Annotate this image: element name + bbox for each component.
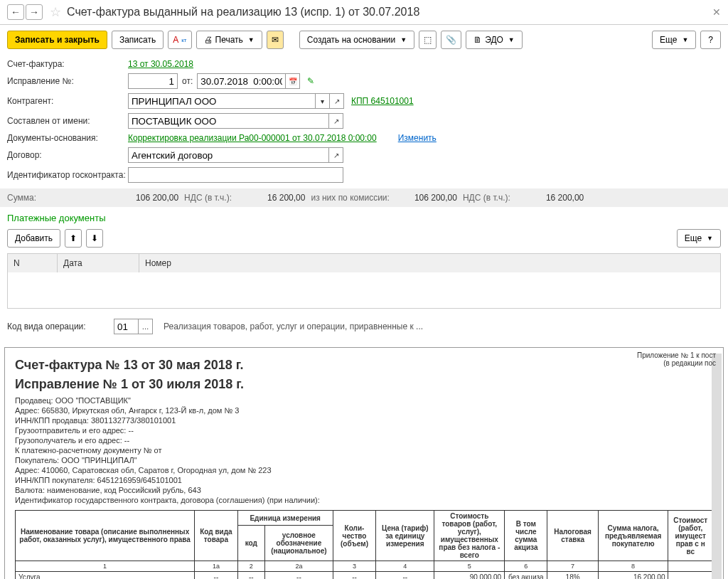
issued-label: Составлен от имени: [7,116,128,126]
sum-label: Сумма: [7,193,36,203]
scrollbar[interactable] [712,354,722,579]
add-button[interactable]: Добавить [7,229,60,248]
commission-label: из них по комиссии: [311,193,389,203]
edit-date-icon[interactable]: ✎ [307,76,314,86]
commission-value: 106 200,00 [414,193,457,203]
col-date[interactable]: Дата [58,254,139,272]
open-icon[interactable]: ↗ [330,93,344,109]
kpp-link[interactable]: КПП 645101001 [351,96,414,106]
dropdown-icon[interactable]: ▾ [316,93,330,109]
correction-label: Исправление №: [7,76,128,86]
contract-label: Договор: [7,150,128,160]
open-icon[interactable]: ↗ [329,147,343,163]
correction-number-input[interactable] [128,73,178,89]
open-icon[interactable]: ↗ [329,113,343,129]
invoice-link[interactable]: 13 от 30.05.2018 [128,59,193,69]
vat2-value: 16 200,00 [546,193,584,203]
payments-table[interactable]: N Дата Номер [7,253,721,309]
structure-icon[interactable]: ⬚ [419,31,437,49]
save-close-button[interactable]: Записать и закрыть [7,31,107,49]
doc-title1: Счет-фактура № 13 от 30 мая 2018 г. [15,358,713,373]
vat-value: 16 200,00 [267,193,305,203]
doc-title2: Исправление № 1 от 30 июля 2018 г. [15,377,713,392]
save-button[interactable]: Записать [112,31,164,49]
calendar-icon[interactable]: 📅 [286,73,300,89]
basis-link[interactable]: Корректировка реализации Ра00-000001 от … [128,133,377,143]
nav-forward-button[interactable]: → [26,4,43,20]
date-input[interactable] [197,73,286,89]
vat2-label: НДС (в т.ч.): [463,193,510,203]
operation-label: Код вида операции: [7,322,114,331]
format-text-icon[interactable]: Aкт [168,31,191,49]
create-based-button[interactable]: Создать на основании▼ [299,31,414,49]
move-up-icon[interactable]: ⬆ [65,229,82,248]
basis-label: Документы-основания: [7,133,128,143]
email-icon[interactable]: ✉ [267,31,284,49]
goscontract-label: Идентификатор госконтракта: [7,170,128,180]
select-icon[interactable]: … [139,319,153,334]
move-down-icon[interactable]: ⬇ [86,229,103,248]
more-button[interactable]: Еще▼ [677,229,721,248]
close-button[interactable]: ✕ [712,6,721,18]
help-button[interactable]: ? [700,31,721,49]
attachment-icon[interactable]: 📎 [441,31,461,49]
edo-icon: 🗎 [473,35,482,45]
sum-value: 106 200,00 [136,193,178,203]
contractor-input[interactable] [128,93,316,109]
print-button[interactable]: 🖨Печать▼ [196,31,262,49]
vat-label: НДС (в т.ч.): [184,193,232,203]
col-number[interactable]: Номер [139,254,720,272]
contractor-label: Контрагент: [7,96,128,106]
payments-header: Платежные документы [0,207,728,226]
document-preview: Приложение № 1 к пост (в редакции пос Сч… [4,347,724,579]
favorite-star-icon[interactable]: ☆ [50,4,61,20]
operation-desc: Реализация товаров, работ, услуг и опера… [164,322,423,331]
more-button[interactable]: Еще▼ [652,31,696,49]
window-title: Счет-фактура выданный на реализацию 13 (… [67,6,419,18]
invoice-table: Наименование товара (описание выполненны… [15,510,713,579]
table-row: Услуга -- -- -- -- -- 90 000,00 без акци… [16,572,713,580]
nav-back-button[interactable]: ← [7,4,24,20]
printer-icon: 🖨 [204,35,213,45]
invoice-label: Счет-фактура: [7,59,128,69]
edo-button[interactable]: 🗎ЭДО▼ [466,31,523,49]
issued-input[interactable] [128,113,329,129]
contract-input[interactable] [128,147,329,163]
operation-code-input[interactable] [114,319,139,334]
goscontract-input[interactable] [128,167,343,183]
date-from-label: от: [182,76,193,86]
col-n[interactable]: N [8,254,58,272]
change-link[interactable]: Изменить [398,133,437,143]
